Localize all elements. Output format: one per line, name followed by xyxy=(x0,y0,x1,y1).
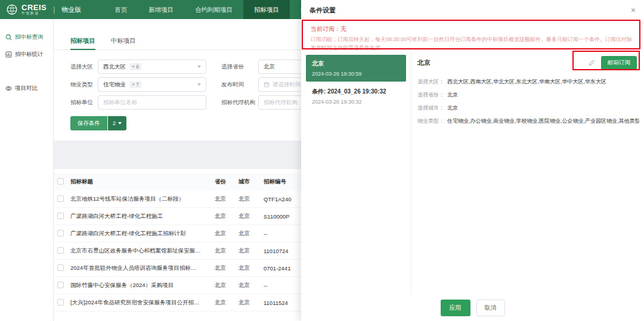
row-checkbox[interactable] xyxy=(57,247,64,254)
row-checkbox[interactable] xyxy=(57,282,64,288)
bid-title-link[interactable]: [大兴]2024年食品研究所宿舍安保服务项目公开招… xyxy=(70,299,215,307)
sidebar-item-bid-search[interactable]: 招中标查询 xyxy=(0,29,53,46)
bid-title-link[interactable]: 北京地铁12号线车站保洁服务项目（二标段） xyxy=(70,195,215,203)
row-checkbox[interactable] xyxy=(57,299,64,306)
header-title: 招标标题 xyxy=(70,178,215,186)
search-icon xyxy=(5,34,12,40)
nav-item-home[interactable]: 首页 xyxy=(104,0,138,19)
field-value: 住宅物业,办公物业,商业物业,学校物业,医院物业,公众物业,产业园区物业,其他类… xyxy=(447,117,639,125)
apply-button[interactable]: 应用 xyxy=(441,300,470,316)
bid-city: 北京 xyxy=(239,230,264,238)
bid-city: 北京 xyxy=(239,247,264,255)
sidebar-group-gap xyxy=(0,63,53,80)
field-label: 选择城市： xyxy=(417,104,447,112)
bid-province: 北京 xyxy=(215,264,239,272)
field-value: 北京 xyxy=(447,104,458,112)
cancel-button[interactable]: 取消 xyxy=(476,300,505,316)
subscription-description: 订阅功能：订阅后转天起，每天08:30:00可收到前一自然日符合订阅条件的中标项… xyxy=(311,35,634,52)
statistics-icon xyxy=(5,51,12,58)
nav-item-expiring-contracts[interactable]: 合约到期项目 xyxy=(184,0,243,19)
condition-settings-drawer: 条件设置 × 当前订阅：无 订阅功能：订阅后转天起，每天08:30:00可收到前… xyxy=(301,0,644,321)
region-count-badge: + 6 xyxy=(129,63,141,70)
bid-title-link[interactable]: 北京市石景山区政务服务中心和档案馆新址保安服… xyxy=(70,247,215,255)
property-type-count-badge: + 7 xyxy=(129,81,141,88)
bid-province: 北京 xyxy=(215,213,239,220)
field-label: 选择省份： xyxy=(417,91,447,99)
sidebar-item-project-compare[interactable]: 项目对比 xyxy=(0,80,53,97)
bid-title-link[interactable]: 2024年首批驻外物业人员培训咨询服务项目招标… xyxy=(70,264,215,272)
nav-item-bidding-projects[interactable]: 招标项目 xyxy=(243,0,290,19)
header-city: 城市 xyxy=(239,178,264,186)
bid-province: 北京 xyxy=(215,247,239,255)
current-subscription-label: 当前订阅：无 xyxy=(311,25,634,33)
bid-province: 北京 xyxy=(215,299,239,307)
condition-time: 2024-03-26 19:30:32 xyxy=(312,99,400,105)
bid-city: 北京 xyxy=(239,264,264,272)
bid-city: 北京 xyxy=(239,299,264,307)
header-province: 省份 xyxy=(215,178,239,186)
drawer-footer: 应用 取消 xyxy=(301,300,644,316)
field-value: 北京 xyxy=(447,91,458,99)
brand-divider: | xyxy=(53,5,55,14)
saved-condition-count-dropdown[interactable]: 2 xyxy=(108,116,126,130)
condition-item-beijing[interactable]: 北京 2024-03-26 19:30:59 xyxy=(306,55,406,82)
saved-condition-count: 2 xyxy=(113,120,116,126)
compare-icon xyxy=(5,85,12,92)
publish-time-label: 发布时间 xyxy=(221,81,258,89)
drawer-header: 条件设置 × xyxy=(301,0,644,20)
bid-city: 北京 xyxy=(239,282,264,289)
chevron-down-icon xyxy=(197,66,201,68)
field-label: 选择大区： xyxy=(417,78,447,86)
region-value: 西北大区 xyxy=(103,63,126,71)
detail-field-region: 选择大区： 西北大区,西南大区,华北大区,东北大区,华南大区,华中大区,华东大区 xyxy=(417,78,639,86)
bid-province: 北京 xyxy=(215,282,239,289)
bid-title-link[interactable]: 国际竹藤中心安保服务（2024）采购项目 xyxy=(70,282,215,289)
start-time-placeholder: 请选择时间 xyxy=(273,81,301,89)
sidebar-item-label: 项目对比 xyxy=(15,85,38,92)
row-checkbox[interactable] xyxy=(57,230,64,236)
row-checkbox[interactable] xyxy=(57,195,64,202)
save-condition-group: 保存条件 2 xyxy=(70,116,126,130)
region-label: 选择大区 xyxy=(70,63,98,71)
subscription-info: 当前订阅：无 订阅功能：订阅后转天起，每天08:30:00可收到前一自然日符合订… xyxy=(305,22,640,55)
creis-globe-icon xyxy=(6,4,18,15)
field-label: 物业类型： xyxy=(417,117,447,125)
property-type-select[interactable]: 住宅物业 + 7 xyxy=(98,77,206,92)
row-checkbox[interactable] xyxy=(57,264,64,271)
nav-item-new-project[interactable]: 新增项目 xyxy=(138,0,184,19)
condition-name: 北京 xyxy=(312,60,400,68)
calendar-icon xyxy=(264,82,270,88)
condition-list: 北京 2024-03-26 19:30:59 条件: 2024_03_26 19… xyxy=(301,52,411,295)
brand-edition: 物业版 xyxy=(61,5,81,14)
bid-title-link[interactable]: 广渠路潮白河大桥工程-绿化工程施工 xyxy=(70,213,215,220)
row-checkbox[interactable] xyxy=(57,213,64,219)
property-type-value: 住宅物业 xyxy=(103,81,126,89)
chevron-down-icon xyxy=(197,83,201,86)
tab-won-projects[interactable]: 中标项目 xyxy=(111,32,136,49)
bid-province: 北京 xyxy=(215,230,239,238)
condition-item-2[interactable]: 条件: 2024_03_26 19:30:32 2024-03-26 19:30… xyxy=(306,83,406,110)
bid-title-link[interactable]: 广渠路潮白河大桥工程-绿化工程施工招标计划 xyxy=(70,230,215,238)
email-subscribe-button[interactable]: 邮箱订阅 xyxy=(601,56,637,70)
close-icon[interactable]: × xyxy=(631,6,636,14)
bid-city: 北京 xyxy=(239,213,264,220)
condition-name: 条件: 2024_03_26 19:30:32 xyxy=(312,88,400,96)
bid-province: 北京 xyxy=(215,195,239,203)
detail-field-province: 选择省份： 北京 xyxy=(417,91,639,99)
edit-pencil-icon[interactable] xyxy=(589,60,595,66)
sidebar-item-bid-statistics[interactable]: 招中标统计 xyxy=(0,46,53,63)
region-select[interactable]: 西北大区 + 6 xyxy=(98,60,206,74)
condition-detail: 北京 邮箱订阅 选择大区： 西北大区,西南大区,华北大区,东北大区,华南大区,华… xyxy=(411,52,644,295)
brand-logo[interactable]: CREIS 中指数据 | 物业版 xyxy=(0,4,87,15)
drawer-title: 条件设置 xyxy=(309,6,336,15)
bid-city: 北京 xyxy=(239,195,264,203)
province-label: 选择省份 xyxy=(221,63,258,71)
save-condition-button[interactable]: 保存条件 xyxy=(70,116,107,130)
bid-unit-input[interactable]: 招标单位名称 xyxy=(98,95,206,110)
select-all-checkbox[interactable] xyxy=(57,178,64,185)
drawer-body: 北京 2024-03-26 19:30:59 条件: 2024_03_26 19… xyxy=(301,52,644,295)
tab-bidding-projects[interactable]: 招标项目 xyxy=(70,32,95,49)
condition-detail-header: 北京 邮箱订阅 xyxy=(417,56,639,70)
bid-unit-label: 招标单位 xyxy=(70,99,98,107)
detail-field-property-type: 物业类型： 住宅物业,办公物业,商业物业,学校物业,医院物业,公众物业,产业园区… xyxy=(417,117,639,125)
